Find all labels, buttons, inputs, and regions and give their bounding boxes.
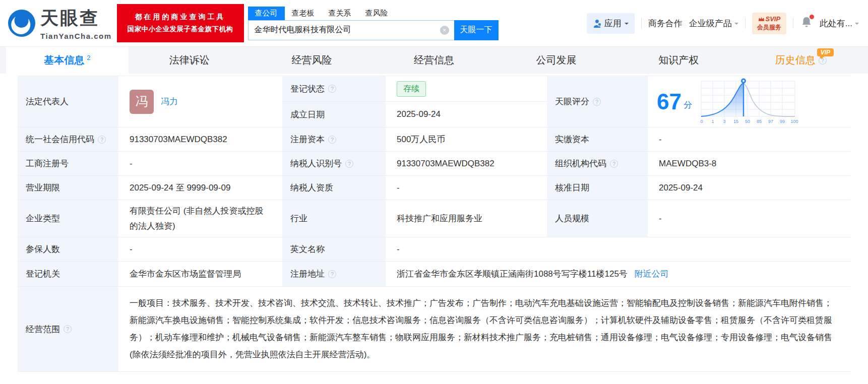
- tab-company-development[interactable]: 公司发展: [495, 47, 617, 74]
- tab-count-badge: 2: [87, 54, 90, 61]
- business-term-value-cell: 2025-09-24 至 9999-09-09: [118, 176, 282, 200]
- tab-business-info[interactable]: 经营信息: [373, 47, 495, 74]
- field-label: 法定代表人: [26, 96, 69, 107]
- help-icon[interactable]: [328, 270, 336, 278]
- field-label: 企业类型: [26, 213, 60, 224]
- help-icon[interactable]: [328, 136, 336, 144]
- taxpayer-qualification-value-cell: -: [386, 176, 547, 200]
- legal-rep-name-link[interactable]: 冯力: [161, 96, 178, 107]
- vip-badge: VIP: [817, 48, 834, 56]
- field-value: 2025-09-24: [397, 109, 441, 119]
- business-reg-number-value-cell: -: [118, 152, 282, 175]
- english-name-label-cell: 英文名称: [282, 237, 386, 261]
- tab-operational-risk[interactable]: 经营风险: [251, 47, 373, 74]
- clear-search-icon[interactable]: ×: [440, 26, 449, 35]
- search-button[interactable]: 天眼一下: [454, 20, 499, 40]
- field-value: -: [130, 159, 133, 169]
- tab-basic-info[interactable]: 基本信息 2: [6, 47, 129, 74]
- table-subrow: 成立日期 2025-09-24: [282, 101, 547, 127]
- field-value: MAEWDQB3-8: [659, 159, 716, 169]
- table-row: 登记机关 金华市金东区市场监督管理局 注册地址 浙江省金华市金东区孝顺镇正涵南街…: [18, 262, 850, 287]
- table-row: 统一社会信用代码 91330703MAEWDQB382 注册资本 500万人民币…: [18, 127, 850, 152]
- taxpayer-id-label-cell: 纳税人识别号: [282, 152, 386, 175]
- field-value: 2025-09-24: [659, 183, 703, 193]
- table-row: 法定代表人 冯 冯力 登记状态 存续 成立日期 2025-09-2: [18, 76, 850, 127]
- field-label: 注册地址: [290, 268, 325, 280]
- notifications-button[interactable]: [801, 16, 812, 30]
- tab-legal-proceedings[interactable]: 法律诉讼: [129, 47, 251, 74]
- paid-in-capital-label-cell: 实缴资本: [547, 127, 648, 151]
- search-tabs: 查公司 查老板 查关系 查风险: [248, 7, 499, 20]
- field-value: 91330703MAEWDQB382: [130, 135, 227, 145]
- approval-date-label-cell: 核准日期: [547, 176, 648, 200]
- svg-text:97: 97: [768, 119, 773, 124]
- search-tab-boss[interactable]: 查老板: [285, 7, 322, 20]
- tianyancha-logo[interactable]: 天眼查 TianYanCha.com: [7, 6, 112, 40]
- nav-enterprise-products[interactable]: 企业级产品: [689, 18, 738, 29]
- divider: [793, 18, 793, 29]
- avatar[interactable]: 冯: [130, 90, 154, 114]
- industry-value-cell: 科技推广和应用服务业: [386, 200, 547, 237]
- field-label: 营业期限: [26, 182, 60, 194]
- nav-business-cooperation[interactable]: 商务合作: [648, 18, 683, 29]
- approval-date-value-cell: 2025-09-24: [648, 176, 850, 200]
- table-row: 工商注册号 - 纳税人识别号 91330703MAEWDQB382 组织机构代码…: [18, 152, 850, 176]
- search-tab-risk[interactable]: 查风险: [358, 7, 395, 20]
- table-subrow: 登记状态 存续: [282, 76, 547, 101]
- tab-label: 经营风险: [291, 53, 332, 67]
- nearby-companies-link[interactable]: 附近公司: [635, 268, 669, 280]
- apps-icon: [593, 19, 601, 28]
- field-label: 人员规模: [555, 213, 589, 224]
- help-icon[interactable]: [98, 136, 106, 144]
- tab-history-info[interactable]: VIP 历史信息: [739, 47, 862, 74]
- taxpayer-id-value-cell: 91330703MAEWDQB382: [386, 152, 547, 175]
- account-menu[interactable]: 此处有...: [820, 18, 859, 29]
- registration-authority-value-cell: 金华市金东区市场监督管理局: [118, 262, 282, 286]
- company-type-value-cell: 有限责任公司 (非自然人投资或控股的法人独资): [118, 200, 282, 237]
- svg-text:85: 85: [757, 119, 762, 124]
- status-badge: 存续: [397, 81, 426, 97]
- divider: [641, 18, 642, 29]
- field-value: -: [659, 135, 662, 145]
- help-icon[interactable]: [64, 325, 72, 333]
- company-info-table: 法定代表人 冯 冯力 登记状态 存续 成立日期 2025-09-2: [18, 76, 850, 372]
- svip-sublabel: 会员服务: [757, 23, 781, 32]
- svip-membership-button[interactable]: SVIP 会员服务: [752, 13, 786, 34]
- search-block: 查公司 查老板 查关系 查风险 × 天眼一下: [248, 7, 499, 40]
- score-value-cell: 67 分: [648, 76, 850, 127]
- svg-text:99: 99: [780, 119, 785, 124]
- tab-intellectual-property[interactable]: 知识产权: [617, 47, 740, 74]
- field-label: 统一社会信用代码: [26, 134, 94, 145]
- credit-code-value-cell: 91330703MAEWDQB382: [118, 127, 282, 151]
- company-type-label-cell: 企业类型: [18, 200, 118, 237]
- logo-title: 天眼查: [40, 6, 112, 31]
- credit-code-label-cell: 统一社会信用代码: [18, 127, 118, 151]
- tab-label: 公司发展: [536, 53, 577, 67]
- svg-text:100: 100: [790, 119, 798, 124]
- search-tab-company[interactable]: 查公司: [248, 7, 285, 20]
- org-code-value-cell: MAEWDQB3-8: [648, 152, 850, 175]
- field-label: 登记状态: [290, 83, 325, 95]
- svg-text:0: 0: [700, 119, 703, 124]
- taxpayer-qualification-label-cell: 纳税人资质: [282, 176, 386, 200]
- field-value: -: [397, 183, 400, 193]
- org-code-label-cell: 组织机构代码: [547, 152, 648, 175]
- tab-label: 经营信息: [414, 53, 454, 67]
- field-value: 2025-09-24 至 9999-09-09: [130, 182, 230, 194]
- help-icon[interactable]: [345, 160, 353, 168]
- search-input[interactable]: [248, 20, 454, 40]
- tianyancha-swirl-icon: [7, 9, 36, 38]
- svg-text:3: 3: [723, 119, 725, 124]
- status-date-column: 登记状态 存续 成立日期 2025-09-24: [282, 76, 547, 127]
- help-icon[interactable]: [328, 85, 336, 93]
- help-icon[interactable]: [593, 98, 601, 106]
- field-label: 天眼评分: [555, 96, 589, 107]
- help-icon[interactable]: [610, 160, 618, 168]
- field-label: 经营范围: [26, 324, 60, 335]
- search-tab-relation[interactable]: 查关系: [322, 7, 358, 20]
- field-label: 核准日期: [555, 182, 589, 194]
- field-label: 行业: [290, 213, 307, 224]
- chevron-down-icon: [855, 23, 859, 27]
- apps-menu-button[interactable]: 应用: [587, 13, 635, 34]
- divider: [745, 18, 746, 29]
